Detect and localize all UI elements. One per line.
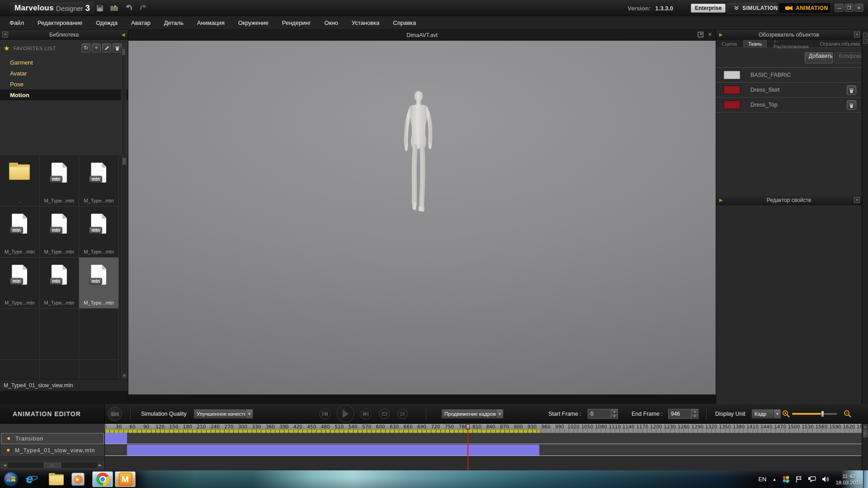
library-collapse-icon[interactable]: ◀ bbox=[120, 32, 126, 38]
start-frame-spinner[interactable]: ▲▼ bbox=[611, 409, 618, 419]
language-indicator[interactable]: EN bbox=[758, 476, 766, 483]
menu-item-11[interactable]: Справка bbox=[386, 16, 423, 30]
play-button[interactable] bbox=[336, 405, 354, 423]
docked-tab-icon[interactable] bbox=[863, 33, 868, 38]
menu-item-9[interactable]: Окно bbox=[318, 16, 345, 30]
save-icon[interactable] bbox=[95, 3, 105, 13]
add-icon[interactable]: + bbox=[92, 43, 101, 52]
show-desktop-button[interactable] bbox=[863, 470, 868, 488]
menu-item-4[interactable]: Аватар bbox=[124, 16, 157, 30]
animation-mode-button[interactable]: ANIMATION bbox=[778, 3, 831, 14]
fabric-swatch[interactable] bbox=[723, 70, 741, 80]
volume-icon[interactable] bbox=[822, 476, 830, 483]
tab-т-расположения[interactable]: Т-Расположения bbox=[768, 40, 814, 47]
edit-icon[interactable] bbox=[102, 43, 111, 52]
media-player-icon[interactable]: ▶ bbox=[71, 471, 85, 487]
slider-handle[interactable] bbox=[821, 411, 824, 417]
sim-quality-dropdown[interactable]: Улучшенное качество ▼ bbox=[193, 409, 253, 419]
zoom-out-icon[interactable] bbox=[844, 410, 852, 418]
playhead[interactable] bbox=[467, 429, 468, 470]
menu-item-7[interactable]: Окружение bbox=[231, 16, 275, 30]
restore-button[interactable]: ❐ bbox=[844, 4, 854, 12]
scroll-left-icon[interactable]: ◀ bbox=[1, 462, 8, 468]
file-item-mtn[interactable]: mtnM_Type...mtn bbox=[40, 206, 80, 258]
fabric-row[interactable]: Dress_Skirt bbox=[716, 83, 862, 98]
favorites-item-pose[interactable]: Pose bbox=[0, 79, 128, 89]
record-button[interactable] bbox=[108, 407, 122, 421]
record-dot-icon[interactable] bbox=[6, 448, 10, 452]
file-item-mtn[interactable]: mtnM_Type...mtn bbox=[79, 155, 119, 206]
redo-icon[interactable] bbox=[138, 3, 148, 13]
tab-огранич.объема[interactable]: Огранич.объема bbox=[814, 40, 865, 47]
internet-explorer-icon[interactable]: e bbox=[26, 471, 33, 487]
chrome-icon[interactable] bbox=[92, 471, 113, 487]
tab-сцена[interactable]: Сцена bbox=[716, 40, 743, 47]
favorites-item-motion[interactable]: Motion bbox=[0, 89, 128, 100]
end-frame-input[interactable]: ▲▼ bbox=[668, 409, 698, 419]
loop-button[interactable] bbox=[379, 408, 390, 419]
object-browser-close-icon[interactable]: ✕ bbox=[854, 32, 860, 38]
network-icon[interactable] bbox=[808, 476, 816, 483]
refresh-icon[interactable]: ↻ bbox=[81, 43, 90, 52]
action-center-flag-icon[interactable] bbox=[796, 476, 802, 483]
track-lane[interactable] bbox=[105, 445, 862, 456]
simulation-mode-button[interactable]: SIMULATION bbox=[727, 3, 777, 14]
file-grid-scrollbar[interactable]: ▼ bbox=[122, 155, 127, 379]
tab-ткань[interactable]: Ткань bbox=[743, 40, 768, 47]
end-frame-spinner[interactable]: ▲▼ bbox=[692, 409, 698, 419]
open-icon[interactable] bbox=[109, 3, 119, 13]
file-item-parent-folder[interactable]: .. bbox=[0, 155, 40, 206]
end-frame-field[interactable] bbox=[668, 409, 692, 419]
zoom-in-icon[interactable] bbox=[782, 410, 790, 418]
viewport-close-icon[interactable]: ✕ bbox=[708, 32, 712, 38]
go-to-end-button[interactable] bbox=[360, 408, 372, 420]
record-dot-icon[interactable] bbox=[7, 436, 11, 441]
playhead-handle[interactable] bbox=[466, 424, 470, 429]
close-button[interactable]: ✕ bbox=[854, 4, 863, 12]
track-label-row[interactable]: M_Type4_01_slow_view,mtn bbox=[1, 445, 104, 456]
timeline-h-scrollbar[interactable]: ◀ ||| ▶ bbox=[1, 462, 104, 469]
avatar-figure[interactable] bbox=[395, 88, 441, 242]
go-to-start-button[interactable] bbox=[319, 408, 331, 420]
frame-advance-dropdown[interactable]: Продвижение кадров ▼ bbox=[441, 409, 504, 419]
menu-item-6[interactable]: Анимация bbox=[190, 16, 231, 30]
trash-icon[interactable] bbox=[113, 43, 122, 52]
display-unit-dropdown[interactable]: Кадр ▼ bbox=[751, 409, 781, 419]
trash-icon[interactable] bbox=[847, 100, 856, 110]
menu-item-8[interactable]: Рендеринг bbox=[275, 16, 318, 30]
scrollbar-thumb[interactable]: ≡ bbox=[863, 429, 868, 437]
marvelous-designer-taskbar-icon[interactable]: M bbox=[115, 471, 136, 487]
minimize-button[interactable]: — bbox=[835, 4, 844, 12]
menu-item-5[interactable]: Деталь bbox=[157, 16, 190, 30]
timeline-v-scrollbar[interactable]: ▲ ≡ bbox=[862, 424, 868, 470]
windows-explorer-icon[interactable] bbox=[49, 471, 64, 487]
track-lane[interactable] bbox=[105, 433, 862, 444]
file-item-mtn[interactable]: mtnM_Type...mtn bbox=[79, 206, 119, 258]
docked-tab-icon[interactable] bbox=[863, 39, 868, 44]
viewport-maximize-icon[interactable] bbox=[698, 32, 703, 38]
property-editor-close-icon[interactable]: ✕ bbox=[854, 197, 860, 203]
file-item-mtn[interactable]: mtnM_Type...mtn bbox=[0, 206, 40, 258]
start-frame-field[interactable] bbox=[588, 409, 611, 419]
panel-collapse-icon[interactable]: ▶ bbox=[718, 197, 724, 203]
add-fabric-button[interactable]: Добавить bbox=[805, 52, 833, 63]
start-button[interactable] bbox=[4, 471, 19, 487]
file-item-mtn[interactable]: mtnM_Type...mtn bbox=[0, 258, 40, 309]
fabric-swatch[interactable] bbox=[723, 100, 741, 109]
menu-item-3[interactable]: Одежда bbox=[89, 16, 124, 30]
scrollbar-thumb[interactable]: ||| bbox=[44, 463, 61, 468]
panel-collapse-icon[interactable]: ▶ bbox=[718, 32, 724, 38]
trash-icon[interactable] bbox=[847, 85, 856, 95]
hidden-icons-arrow[interactable]: ▲ bbox=[773, 477, 777, 482]
clock[interactable]: 11:42 18.03.2015 bbox=[835, 473, 862, 486]
file-item-mtn[interactable]: mtnM_Type...mtn bbox=[40, 258, 80, 309]
timeline-zoom-slider[interactable] bbox=[792, 413, 837, 415]
scroll-up-icon[interactable]: ▲ bbox=[863, 424, 868, 429]
undo-icon[interactable] bbox=[124, 3, 134, 13]
defender-icon[interactable] bbox=[782, 475, 790, 483]
file-item-mtn[interactable]: mtnM_Type...mtn bbox=[79, 258, 119, 309]
track-label-row[interactable]: Transition bbox=[1, 433, 104, 444]
favorites-item-garment[interactable]: Garment bbox=[0, 57, 128, 68]
playback-speed-button[interactable]: 1X bbox=[397, 408, 408, 419]
viewport-3d[interactable] bbox=[128, 41, 716, 394]
